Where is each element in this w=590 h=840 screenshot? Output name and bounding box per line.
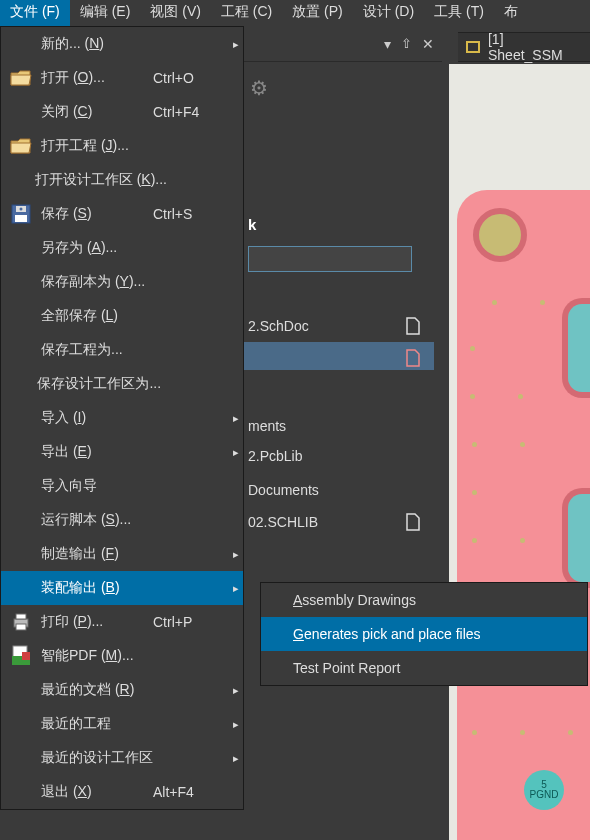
menu-item[interactable]: 打开工程 (J)... [1, 129, 243, 163]
menu-item-label: 导入向导 [41, 477, 153, 495]
menu-item-label: 关闭 (C) [41, 103, 153, 121]
menu-item-label: 最近的文档 (R) [41, 681, 153, 699]
folder-icon [1, 69, 41, 87]
menu-item-shortcut: Ctrl+S [153, 206, 229, 222]
menu-item-label: 智能PDF (M)... [41, 647, 153, 665]
menu-item-shortcut: Ctrl+P [153, 614, 229, 630]
menubar-item[interactable]: 设计 (D) [353, 0, 424, 26]
search-input[interactable] [248, 246, 412, 272]
menu-item-label: 全部保存 (L) [41, 307, 153, 325]
menu-item[interactable]: 全部保存 (L) [1, 299, 243, 333]
submenu-arrow-icon: ▸ [229, 582, 243, 595]
project-label: k [248, 216, 256, 233]
menubar-item[interactable]: 工程 (C) [211, 0, 282, 26]
svg-rect-9 [22, 652, 30, 660]
menu-item[interactable]: 最近的文档 (R)▸ [1, 673, 243, 707]
menu-item[interactable]: 保存 (S)Ctrl+S [1, 197, 243, 231]
menu-item[interactable]: 导出 (E)▸ [1, 435, 243, 469]
file-name: 02.SCHLIB [248, 514, 400, 530]
pcb-via [473, 208, 527, 262]
submenu-arrow-icon: ▸ [229, 684, 243, 697]
document-tab[interactable]: [1] Sheet_SSM [458, 32, 590, 62]
menu-item[interactable]: 运行脚本 (S)... [1, 503, 243, 537]
grid-dot [520, 730, 525, 735]
document-icon [406, 513, 432, 531]
gear-icon[interactable]: ⚙ [250, 76, 268, 100]
submenu-arrow-icon: ▸ [229, 548, 243, 561]
grid-dot [520, 442, 525, 447]
menu-item[interactable]: 打开 (O)...Ctrl+O [1, 61, 243, 95]
submenu-item[interactable]: Test Point Report [261, 651, 587, 685]
menu-item[interactable]: 保存工程为... [1, 333, 243, 367]
submenu-arrow-icon: ▸ [229, 446, 243, 459]
grid-dot [470, 394, 475, 399]
menubar-item[interactable]: 工具 (T) [424, 0, 494, 26]
pcb-slot [562, 488, 590, 588]
menu-item[interactable]: 最近的工程▸ [1, 707, 243, 741]
menu-item[interactable]: 打印 (P)...Ctrl+P [1, 605, 243, 639]
menubar-item[interactable]: 布 [494, 0, 528, 26]
menu-item[interactable]: 打开设计工作区 (K)... [1, 163, 243, 197]
file-row[interactable]: ments [248, 412, 432, 440]
file-menu-dropdown: 新的... (N)▸打开 (O)...Ctrl+O关闭 (C)Ctrl+F4打开… [0, 26, 244, 810]
svg-point-3 [20, 208, 23, 211]
sheet-icon [466, 41, 480, 53]
file-row[interactable]: 2.PcbLib [248, 442, 432, 470]
menu-item-label: 导入 (I) [41, 409, 153, 427]
file-name: 2.PcbLib [248, 448, 400, 464]
submenu-item[interactable]: Assembly Drawings [261, 583, 587, 617]
grid-dot [568, 730, 573, 735]
grid-dot [470, 346, 475, 351]
grid-dot [520, 538, 525, 543]
menu-item[interactable]: 关闭 (C)Ctrl+F4 [1, 95, 243, 129]
menu-item-label: 新的... (N) [41, 35, 153, 53]
menu-item-label: 保存 (S) [41, 205, 153, 223]
grid-dot [540, 300, 545, 305]
file-row[interactable]: Documents [248, 476, 432, 504]
file-name: 2.SchDoc [248, 318, 400, 334]
menu-item-shortcut: Ctrl+F4 [153, 104, 229, 120]
menu-item-label: 退出 (X) [41, 783, 153, 801]
grid-dot [472, 730, 477, 735]
menu-item[interactable]: 制造输出 (F)▸ [1, 537, 243, 571]
menu-item[interactable]: 新的... (N)▸ [1, 27, 243, 61]
grid-dot [472, 538, 477, 543]
document-tab-label: [1] Sheet_SSM [488, 31, 582, 63]
assembly-output-submenu: Assembly DrawingsGenerates pick and plac… [260, 582, 588, 686]
pdf-icon [1, 645, 41, 667]
panel-pin-icon[interactable]: ⇧ [401, 36, 412, 51]
panel-menu-triangle[interactable]: ▾ [384, 36, 391, 52]
menu-item-label: 保存设计工作区为... [37, 375, 161, 393]
menu-item[interactable]: 智能PDF (M)... [1, 639, 243, 673]
menubar-item[interactable]: 放置 (P) [282, 0, 353, 26]
document-icon [406, 317, 432, 335]
file-row[interactable]: 2.SchDoc [248, 312, 432, 340]
menu-item-label: 装配输出 (B) [41, 579, 153, 597]
menu-item[interactable]: 装配输出 (B)▸ [1, 571, 243, 605]
menu-item[interactable]: 最近的设计工作区▸ [1, 741, 243, 775]
file-row[interactable] [248, 344, 432, 372]
menu-item[interactable]: 保存副本为 (Y)... [1, 265, 243, 299]
menubar-item[interactable]: 文件 (F) [0, 0, 70, 26]
grid-dot [472, 442, 477, 447]
menubar-item[interactable]: 编辑 (E) [70, 0, 141, 26]
menu-item[interactable]: 退出 (X)Alt+F4 [1, 775, 243, 809]
panel-close-icon[interactable]: ✕ [422, 36, 434, 52]
document-icon [406, 349, 432, 367]
menu-item[interactable]: 导入 (I)▸ [1, 401, 243, 435]
pad-net: PGND [530, 790, 559, 800]
svg-rect-6 [16, 624, 26, 630]
menu-item-label: 最近的设计工作区 [41, 749, 153, 767]
pcb-slot [562, 298, 590, 398]
svg-rect-2 [15, 215, 27, 222]
menu-item[interactable]: 保存设计工作区为... [1, 367, 243, 401]
menu-item[interactable]: 导入向导 [1, 469, 243, 503]
menu-item-label: 最近的工程 [41, 715, 153, 733]
menubar-item[interactable]: 视图 (V) [140, 0, 211, 26]
menu-item-label: 打开 (O)... [41, 69, 153, 87]
submenu-item[interactable]: Generates pick and place files [261, 617, 587, 651]
file-row[interactable]: 02.SCHLIB [248, 508, 432, 536]
menu-item[interactable]: 另存为 (A)... [1, 231, 243, 265]
submenu-arrow-icon: ▸ [229, 752, 243, 765]
svg-rect-5 [16, 614, 26, 619]
